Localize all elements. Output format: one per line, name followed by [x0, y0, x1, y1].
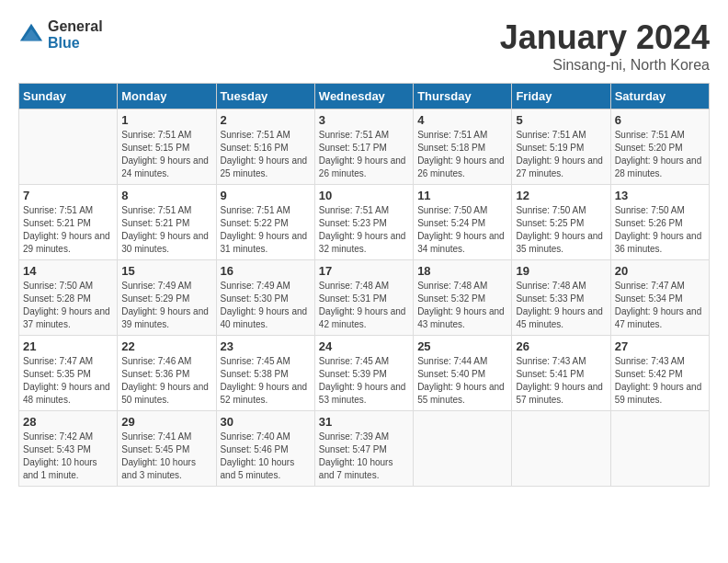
day-number: 26 [516, 339, 606, 353]
calendar-cell [610, 411, 709, 487]
day-number: 20 [615, 264, 705, 278]
day-info: Sunrise: 7:51 AMSunset: 5:22 PMDaylight:… [221, 204, 311, 256]
day-info: Sunrise: 7:49 AMSunset: 5:30 PMDaylight:… [221, 280, 311, 331]
page-header: General Blue January 2024 Sinsang-ni, No… [18, 18, 710, 74]
day-number: 18 [417, 264, 507, 278]
day-number: 24 [319, 339, 409, 353]
location-title: Sinsang-ni, North Korea [500, 57, 710, 74]
day-number: 2 [221, 113, 311, 127]
day-info: Sunrise: 7:51 AMSunset: 5:17 PMDaylight:… [319, 129, 409, 180]
logo-general: General [48, 18, 103, 35]
calendar-cell: 9Sunrise: 7:51 AMSunset: 5:22 PMDaylight… [216, 185, 314, 260]
day-number: 25 [417, 339, 507, 353]
calendar-cell: 27Sunrise: 7:43 AMSunset: 5:42 PMDayligh… [610, 336, 709, 411]
day-info: Sunrise: 7:40 AMSunset: 5:46 PMDaylight:… [221, 431, 311, 482]
day-number: 16 [221, 264, 311, 278]
calendar-cell [19, 109, 118, 185]
logo-icon [18, 22, 44, 48]
day-info: Sunrise: 7:51 AMSunset: 5:20 PMDaylight:… [615, 129, 705, 180]
calendar-cell: 29Sunrise: 7:41 AMSunset: 5:45 PMDayligh… [118, 411, 216, 487]
day-number: 6 [615, 113, 705, 127]
day-info: Sunrise: 7:48 AMSunset: 5:31 PMDaylight:… [319, 280, 409, 331]
day-number: 15 [121, 264, 211, 278]
day-number: 27 [615, 339, 705, 353]
calendar-cell: 24Sunrise: 7:45 AMSunset: 5:39 PMDayligh… [314, 336, 413, 411]
day-info: Sunrise: 7:50 AMSunset: 5:28 PMDaylight:… [23, 280, 113, 331]
day-info: Sunrise: 7:50 AMSunset: 5:26 PMDaylight:… [615, 204, 705, 256]
day-number: 9 [221, 189, 311, 202]
calendar-cell [414, 411, 512, 487]
calendar-cell: 30Sunrise: 7:40 AMSunset: 5:46 PMDayligh… [216, 411, 314, 487]
calendar-cell: 21Sunrise: 7:47 AMSunset: 5:35 PMDayligh… [19, 336, 118, 411]
calendar-cell: 25Sunrise: 7:44 AMSunset: 5:40 PMDayligh… [414, 336, 512, 411]
day-info: Sunrise: 7:50 AMSunset: 5:24 PMDaylight:… [417, 204, 507, 256]
day-info: Sunrise: 7:51 AMSunset: 5:23 PMDaylight:… [319, 204, 409, 256]
calendar-cell: 3Sunrise: 7:51 AMSunset: 5:17 PMDaylight… [314, 109, 413, 185]
day-info: Sunrise: 7:51 AMSunset: 5:15 PMDaylight:… [121, 129, 211, 180]
header-saturday: Saturday [610, 84, 709, 109]
calendar-cell: 26Sunrise: 7:43 AMSunset: 5:41 PMDayligh… [512, 336, 610, 411]
calendar-cell: 7Sunrise: 7:51 AMSunset: 5:21 PMDaylight… [19, 185, 118, 260]
day-number: 31 [319, 415, 409, 429]
day-info: Sunrise: 7:48 AMSunset: 5:33 PMDaylight:… [516, 280, 606, 331]
day-info: Sunrise: 7:42 AMSunset: 5:43 PMDaylight:… [23, 431, 113, 482]
calendar-cell: 13Sunrise: 7:50 AMSunset: 5:26 PMDayligh… [610, 185, 709, 260]
calendar-week-row: 21Sunrise: 7:47 AMSunset: 5:35 PMDayligh… [19, 336, 710, 411]
calendar-week-row: 7Sunrise: 7:51 AMSunset: 5:21 PMDaylight… [19, 185, 710, 260]
calendar-cell: 5Sunrise: 7:51 AMSunset: 5:19 PMDaylight… [512, 109, 610, 185]
day-number: 10 [319, 189, 409, 202]
calendar-cell: 31Sunrise: 7:39 AMSunset: 5:47 PMDayligh… [314, 411, 413, 487]
calendar-cell: 8Sunrise: 7:51 AMSunset: 5:21 PMDaylight… [118, 185, 216, 260]
day-info: Sunrise: 7:51 AMSunset: 5:21 PMDaylight:… [121, 204, 211, 256]
calendar-cell: 17Sunrise: 7:48 AMSunset: 5:31 PMDayligh… [314, 260, 413, 336]
day-number: 14 [23, 264, 113, 278]
day-number: 4 [417, 113, 507, 127]
day-number: 7 [23, 189, 113, 202]
calendar-cell: 6Sunrise: 7:51 AMSunset: 5:20 PMDaylight… [610, 109, 709, 185]
calendar-week-row: 1Sunrise: 7:51 AMSunset: 5:15 PMDaylight… [19, 109, 710, 185]
header-thursday: Thursday [414, 84, 512, 109]
calendar-cell: 19Sunrise: 7:48 AMSunset: 5:33 PMDayligh… [512, 260, 610, 336]
day-info: Sunrise: 7:51 AMSunset: 5:16 PMDaylight:… [221, 129, 311, 180]
day-number: 8 [121, 189, 211, 202]
logo-blue: Blue [48, 35, 103, 52]
day-number: 28 [23, 415, 113, 429]
calendar-week-row: 28Sunrise: 7:42 AMSunset: 5:43 PMDayligh… [19, 411, 710, 487]
calendar-cell: 16Sunrise: 7:49 AMSunset: 5:30 PMDayligh… [216, 260, 314, 336]
calendar-cell: 15Sunrise: 7:49 AMSunset: 5:29 PMDayligh… [118, 260, 216, 336]
day-number: 12 [516, 189, 606, 202]
day-number: 29 [121, 415, 211, 429]
calendar-cell: 14Sunrise: 7:50 AMSunset: 5:28 PMDayligh… [19, 260, 118, 336]
header-monday: Monday [118, 84, 216, 109]
day-number: 5 [516, 113, 606, 127]
day-number: 19 [516, 264, 606, 278]
day-info: Sunrise: 7:39 AMSunset: 5:47 PMDaylight:… [319, 431, 409, 482]
calendar-cell: 1Sunrise: 7:51 AMSunset: 5:15 PMDaylight… [118, 109, 216, 185]
day-info: Sunrise: 7:47 AMSunset: 5:35 PMDaylight:… [23, 355, 113, 407]
header-sunday: Sunday [19, 84, 118, 109]
day-number: 13 [615, 189, 705, 202]
day-number: 23 [221, 339, 311, 353]
calendar-cell: 28Sunrise: 7:42 AMSunset: 5:43 PMDayligh… [19, 411, 118, 487]
calendar-cell: 12Sunrise: 7:50 AMSunset: 5:25 PMDayligh… [512, 185, 610, 260]
day-info: Sunrise: 7:43 AMSunset: 5:42 PMDaylight:… [615, 355, 705, 407]
calendar-table: SundayMondayTuesdayWednesdayThursdayFrid… [18, 83, 710, 487]
calendar-cell: 22Sunrise: 7:46 AMSunset: 5:36 PMDayligh… [118, 336, 216, 411]
header-friday: Friday [512, 84, 610, 109]
day-number: 21 [23, 339, 113, 353]
day-info: Sunrise: 7:51 AMSunset: 5:21 PMDaylight:… [23, 204, 113, 256]
header-wednesday: Wednesday [314, 84, 413, 109]
calendar-cell: 23Sunrise: 7:45 AMSunset: 5:38 PMDayligh… [216, 336, 314, 411]
calendar-week-row: 14Sunrise: 7:50 AMSunset: 5:28 PMDayligh… [19, 260, 710, 336]
day-info: Sunrise: 7:48 AMSunset: 5:32 PMDaylight:… [417, 280, 507, 331]
day-info: Sunrise: 7:51 AMSunset: 5:18 PMDaylight:… [417, 129, 507, 180]
header-tuesday: Tuesday [216, 84, 314, 109]
day-info: Sunrise: 7:41 AMSunset: 5:45 PMDaylight:… [121, 431, 211, 482]
day-info: Sunrise: 7:44 AMSunset: 5:40 PMDaylight:… [417, 355, 507, 407]
calendar-cell: 10Sunrise: 7:51 AMSunset: 5:23 PMDayligh… [314, 185, 413, 260]
day-number: 1 [121, 113, 211, 127]
calendar-cell: 20Sunrise: 7:47 AMSunset: 5:34 PMDayligh… [610, 260, 709, 336]
logo: General Blue [18, 18, 103, 51]
day-number: 22 [121, 339, 211, 353]
title-block: January 2024 Sinsang-ni, North Korea [500, 18, 710, 74]
